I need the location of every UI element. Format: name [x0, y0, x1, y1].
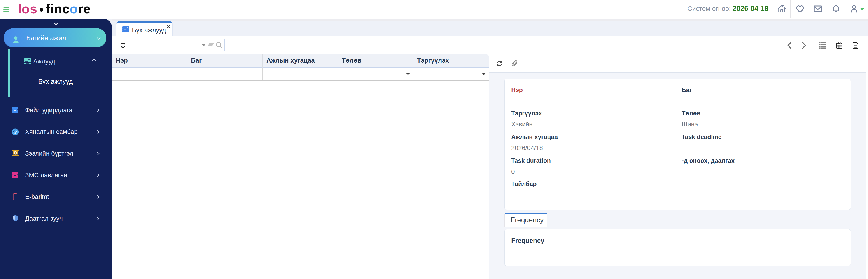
svg-text:1: 1 — [15, 151, 16, 155]
